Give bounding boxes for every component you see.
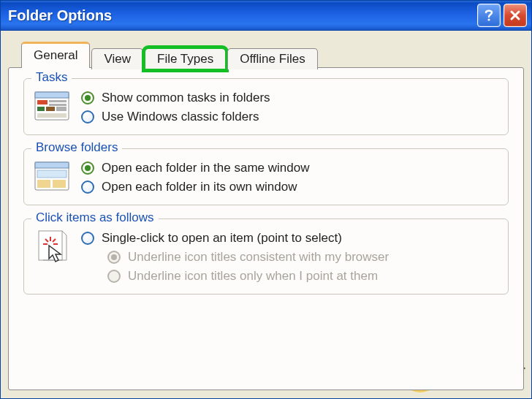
svg-rect-13	[37, 180, 50, 188]
radio-show-common-tasks[interactable]: Show common tasks in folders	[81, 91, 270, 105]
radio-unselected-icon	[81, 180, 94, 194]
tab-file-types[interactable]: File Types	[145, 48, 226, 69]
svg-rect-12	[37, 170, 66, 178]
svg-rect-9	[37, 113, 66, 118]
radio-disabled-icon	[107, 270, 121, 283]
titlebar: Folder Options	[1, 1, 531, 31]
help-icon	[483, 9, 495, 22]
radio-underline-browser-label: Underline icon titles consistent with my…	[128, 250, 389, 265]
client-area: General View File Types Offline Files Ta…	[1, 31, 531, 399]
radio-unselected-icon	[81, 110, 94, 123]
titlebar-buttons	[477, 4, 527, 27]
click-icon	[34, 229, 69, 265]
tasks-icon	[34, 89, 69, 124]
help-button[interactable]	[477, 4, 501, 27]
window-title: Folder Options	[8, 7, 112, 24]
svg-point-0	[487, 18, 490, 20]
radio-underline-browser: Underline icon titles consistent with my…	[107, 250, 389, 265]
tab-offline-files[interactable]: Offline Files	[227, 48, 317, 69]
radio-own-window-label: Open each folder in its own window	[102, 180, 297, 194]
radio-selected-icon	[81, 162, 94, 175]
tab-general-label: General	[34, 48, 77, 62]
radio-underline-point: Underline icon titles only when I point …	[107, 269, 389, 284]
radio-single-click-label: Single-click to open an item (point to s…	[102, 231, 342, 246]
radio-disabled-icon	[107, 251, 121, 264]
radio-single-click[interactable]: Single-click to open an item (point to s…	[81, 231, 389, 246]
svg-rect-4	[49, 100, 66, 102]
tab-file-types-label: File Types	[157, 52, 213, 66]
radio-classic-folders-label: Use Windows classic folders	[102, 110, 259, 124]
tab-offline-files-label: Offline Files	[240, 52, 305, 66]
group-browse-legend: Browse folders	[31, 140, 122, 155]
svg-rect-5	[49, 104, 66, 106]
folder-options-window: Folder Options General View	[0, 0, 532, 399]
svg-rect-7	[46, 107, 55, 111]
radio-underline-point-label: Underline icon titles only when I point …	[128, 269, 378, 284]
radio-show-common-tasks-label: Show common tasks in folders	[102, 91, 270, 105]
browse-icon	[34, 159, 69, 194]
radio-unselected-icon	[81, 232, 94, 245]
radio-own-window[interactable]: Open each folder in its own window	[81, 180, 309, 194]
tab-view[interactable]: View	[91, 48, 143, 69]
group-browse-folders: Browse folders	[23, 148, 509, 205]
group-tasks: Tasks	[23, 78, 509, 135]
svg-rect-14	[53, 180, 66, 188]
svg-rect-8	[56, 107, 66, 111]
tab-page-general: Tasks	[8, 67, 524, 390]
svg-rect-3	[37, 100, 48, 104]
group-tasks-legend: Tasks	[31, 70, 72, 85]
svg-rect-2	[35, 92, 69, 98]
radio-same-window[interactable]: Open each folder in the same window	[81, 161, 309, 175]
close-button[interactable]	[503, 4, 527, 27]
radio-selected-icon	[81, 91, 94, 104]
tab-view-label: View	[104, 52, 131, 66]
radio-same-window-label: Open each folder in the same window	[102, 161, 309, 175]
radio-classic-folders[interactable]: Use Windows classic folders	[81, 110, 270, 124]
group-click-legend: Click items as follows	[31, 210, 159, 225]
close-icon	[509, 10, 521, 21]
tab-strip: General View File Types Offline Files	[21, 41, 524, 67]
tab-general[interactable]: General	[21, 42, 90, 68]
group-click-items: Click items as follows	[23, 218, 509, 294]
svg-rect-6	[37, 107, 45, 111]
svg-rect-11	[35, 162, 69, 168]
